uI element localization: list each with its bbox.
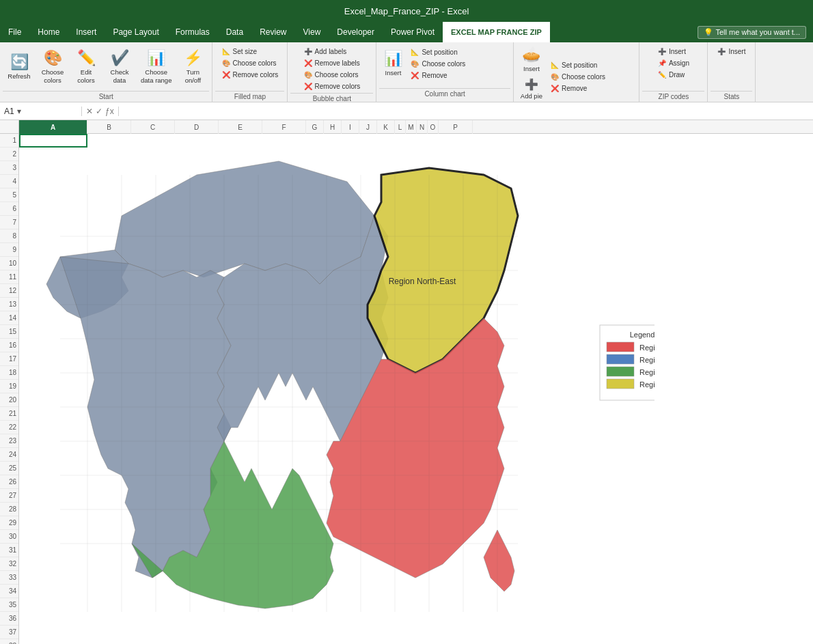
row-20[interactable]: 20: [0, 393, 18, 407]
col-header-O[interactable]: O: [428, 120, 439, 134]
app-title: Excel_Map_France_ZIP - Excel: [344, 6, 469, 16]
row-17[interactable]: 17: [0, 352, 18, 366]
remove-pie-button[interactable]: ❌ Remove: [547, 83, 609, 94]
add-labels-button[interactable]: ➕ Add labels: [300, 46, 351, 57]
row-31[interactable]: 31: [0, 544, 18, 557]
col-header-D[interactable]: D: [175, 120, 219, 134]
row-22[interactable]: 22: [0, 421, 18, 434]
col-header-B[interactable]: B: [87, 120, 131, 134]
col-header-E[interactable]: E: [219, 120, 262, 134]
add-pie-size-button[interactable]: ➕ Add piesize: [516, 76, 547, 102]
row-5[interactable]: 5: [0, 188, 18, 202]
row-28[interactable]: 28: [0, 503, 18, 516]
menu-developer[interactable]: Developer: [329, 22, 383, 42]
row-36[interactable]: 36: [0, 612, 18, 626]
row-13[interactable]: 13: [0, 298, 18, 311]
row-33[interactable]: 33: [0, 571, 18, 585]
menu-view[interactable]: View: [295, 22, 329, 42]
remove-column-button[interactable]: ❌ Remove: [406, 70, 469, 81]
row-3[interactable]: 3: [0, 161, 18, 175]
col-header-G[interactable]: G: [306, 120, 324, 134]
row-12[interactable]: 12: [0, 284, 18, 298]
edit-colors-button[interactable]: ✏️ Editcolors: [70, 47, 102, 86]
col-header-I[interactable]: I: [342, 120, 359, 134]
row-6[interactable]: 6: [0, 202, 18, 216]
menu-data[interactable]: Data: [218, 22, 251, 42]
insert-column-button[interactable]: 📊 Insert: [379, 48, 406, 79]
row-7[interactable]: 7: [0, 216, 18, 229]
refresh-button[interactable]: 🔄 Refresh: [3, 51, 36, 82]
row-8[interactable]: 8: [0, 229, 18, 243]
menu-review[interactable]: Review: [251, 22, 294, 42]
col-header-C[interactable]: C: [131, 120, 175, 134]
row-2[interactable]: 2: [0, 148, 18, 161]
choose-colors-column-button[interactable]: 🎨 Choose colors: [406, 59, 469, 69]
check-data-button[interactable]: ✔️ Checkdata: [103, 47, 136, 86]
name-box[interactable]: A1 ▾: [0, 107, 82, 116]
row-26[interactable]: 26: [0, 475, 18, 489]
row-27[interactable]: 27: [0, 489, 18, 503]
menu-power-pivot[interactable]: Power Pivot: [383, 22, 443, 42]
row-14[interactable]: 14: [0, 311, 18, 325]
col-header-H[interactable]: H: [324, 120, 342, 134]
col-header-J[interactable]: J: [359, 120, 377, 134]
row-19[interactable]: 19: [0, 380, 18, 393]
col-header-A[interactable]: A: [19, 120, 87, 134]
menu-excel-map[interactable]: EXCEL MAP FRANCE ZIP: [443, 22, 550, 42]
row-21[interactable]: 21: [0, 407, 18, 421]
row-34[interactable]: 34: [0, 585, 18, 598]
assign-zip-button[interactable]: 📌 Assign: [654, 58, 693, 68]
row-29[interactable]: 29: [0, 516, 18, 530]
col-header-N[interactable]: N: [417, 120, 428, 134]
row-25[interactable]: 25: [0, 462, 18, 475]
choose-data-range-button[interactable]: 📊 Choosedata range: [137, 47, 176, 86]
cancel-formula-icon[interactable]: ✕: [86, 107, 93, 116]
row-37[interactable]: 37: [0, 626, 18, 639]
remove-pie-icon: ❌: [551, 85, 559, 92]
search-box[interactable]: 💡 Tell me what you want t...: [698, 26, 807, 39]
draw-zip-button[interactable]: ✏️ Draw: [654, 70, 689, 80]
col-header-L[interactable]: L: [395, 120, 406, 134]
row-38[interactable]: 38: [0, 639, 18, 644]
menu-home[interactable]: Home: [29, 22, 68, 42]
choose-colors-bubble-button[interactable]: 🎨 Choose colors: [300, 70, 363, 80]
confirm-formula-icon[interactable]: ✓: [96, 107, 102, 116]
row-10[interactable]: 10: [0, 257, 18, 270]
row-35[interactable]: 35: [0, 598, 18, 612]
insert-pie-icon: 🥧: [522, 46, 540, 64]
menu-insert[interactable]: Insert: [68, 22, 105, 42]
insert-zip-button[interactable]: ➕ Insert: [654, 46, 690, 57]
row-1[interactable]: 1: [0, 134, 18, 148]
row-15[interactable]: 15: [0, 325, 18, 339]
row-16[interactable]: 16: [0, 339, 18, 352]
row-32[interactable]: 32: [0, 557, 18, 571]
row-30[interactable]: 30: [0, 530, 18, 544]
insert-stats-button[interactable]: ➕ Insert: [713, 46, 749, 57]
menu-page-layout[interactable]: Page Layout: [105, 22, 167, 42]
choose-colors-pie-button[interactable]: 🎨 Choose colors: [547, 72, 609, 82]
turn-on-off-button[interactable]: ⚡ Turnon/off: [176, 47, 209, 86]
row-18[interactable]: 18: [0, 366, 18, 380]
col-header-F[interactable]: F: [262, 120, 306, 134]
col-header-P[interactable]: P: [439, 120, 473, 134]
choose-colors-start-button[interactable]: 🎨 Choosecolors: [36, 47, 69, 86]
choose-colors-filled-button[interactable]: 🎨 Choose colors: [218, 58, 281, 68]
col-header-K[interactable]: K: [377, 120, 395, 134]
set-position-column-button[interactable]: 📐 Set position: [406, 47, 469, 57]
insert-pie-button[interactable]: 🥧 Insert: [518, 44, 545, 74]
remove-colors-bubble-button[interactable]: ❌ Remove colors: [300, 81, 365, 92]
row-24[interactable]: 24: [0, 448, 18, 462]
col-header-M[interactable]: M: [406, 120, 417, 134]
set-size-button[interactable]: 📐 Set size: [218, 46, 262, 57]
remove-labels-button[interactable]: ❌ Remove labels: [300, 58, 364, 68]
menu-formulas[interactable]: Formulas: [167, 22, 218, 42]
insert-function-icon[interactable]: ƒx: [105, 107, 114, 116]
row-9[interactable]: 9: [0, 243, 18, 257]
row-11[interactable]: 11: [0, 270, 18, 284]
menu-file[interactable]: File: [0, 22, 29, 42]
set-position-pie-button[interactable]: 📐 Set position: [547, 60, 609, 70]
row-23[interactable]: 23: [0, 434, 18, 448]
remove-colors-filled-button[interactable]: ❌ Remove colors: [218, 70, 283, 80]
start-group-label: Start: [3, 91, 209, 100]
row-4[interactable]: 4: [0, 175, 18, 188]
